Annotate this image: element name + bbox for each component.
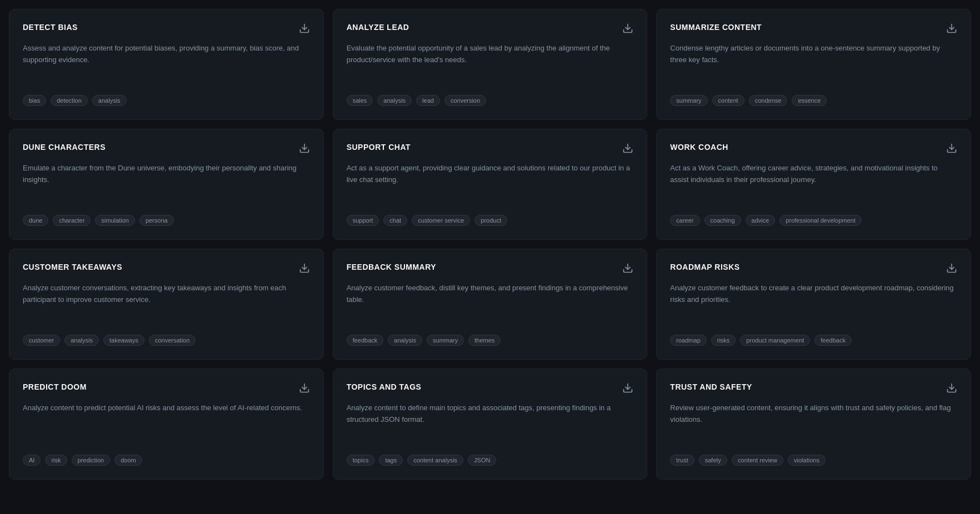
tag-json[interactable]: JSON xyxy=(468,455,496,466)
download-icon-summarize-content[interactable] xyxy=(942,23,957,36)
tag-advice[interactable]: advice xyxy=(746,215,776,226)
card-description-customer-takeways: Analyze customer conversations, extracti… xyxy=(23,283,310,324)
tag-support[interactable]: support xyxy=(347,215,379,226)
tags-container-dune-characters: dunecharactersimulationpersona xyxy=(23,215,310,226)
card-topics-and-tags[interactable]: TOPICS AND TAGS Analyze content to defin… xyxy=(333,369,648,480)
card-title-detect-bias: DETECT BIAS xyxy=(23,23,78,32)
tags-container-topics-and-tags: topicstagscontent analysisJSON xyxy=(347,455,634,466)
tag-risks[interactable]: risks xyxy=(711,335,736,346)
tag-roadmap[interactable]: roadmap xyxy=(670,335,706,346)
tag-chat[interactable]: chat xyxy=(383,215,407,226)
card-description-predict-doom: Analyze content to predict potential AI … xyxy=(23,402,310,444)
download-icon-support-chat[interactable] xyxy=(618,143,633,156)
card-header-work-coach: WORK COACH xyxy=(670,143,957,156)
card-description-dune-characters: Emulate a character from the Dune univer… xyxy=(23,163,310,204)
card-title-dune-characters: DUNE CHARACTERS xyxy=(23,143,106,152)
card-header-trust-and-safety: TRUST AND SAFETY xyxy=(670,382,957,396)
download-icon-customer-takeways[interactable] xyxy=(294,263,310,276)
tag-analysis[interactable]: analysis xyxy=(388,335,422,346)
tag-professional-development[interactable]: professional development xyxy=(779,215,861,226)
download-icon-trust-and-safety[interactable] xyxy=(942,382,957,396)
tag-conversion[interactable]: conversion xyxy=(444,95,486,106)
tag-product-management[interactable]: product management xyxy=(740,335,810,346)
tag-doom[interactable]: doom xyxy=(114,455,142,466)
tag-risk[interactable]: risk xyxy=(45,455,67,466)
tags-container-detect-bias: biasdetectionanalysis xyxy=(23,95,310,106)
card-header-roadmap-risks: ROADMAP RISKS xyxy=(670,263,957,276)
card-header-analyze-lead: ANALYZE LEAD xyxy=(347,23,634,36)
card-title-summarize-content: SUMMARIZE CONTENT xyxy=(670,23,762,32)
tag-detection[interactable]: detection xyxy=(51,95,88,106)
download-icon-analyze-lead[interactable] xyxy=(618,23,633,36)
card-support-chat[interactable]: SUPPORT CHAT Act as a support agent, pro… xyxy=(333,129,648,240)
tag-analysis[interactable]: analysis xyxy=(377,95,412,106)
download-icon-feedback-summary[interactable] xyxy=(618,263,633,276)
tag-tags[interactable]: tags xyxy=(379,455,403,466)
tag-product[interactable]: product xyxy=(474,215,507,226)
card-title-work-coach: WORK COACH xyxy=(670,143,728,152)
tag-prediction[interactable]: prediction xyxy=(72,455,111,466)
tag-essence[interactable]: essence xyxy=(792,95,827,106)
card-description-feedback-summary: Analyze customer feedback, distill key t… xyxy=(347,283,634,324)
tag-analysis[interactable]: analysis xyxy=(64,335,99,346)
tag-condense[interactable]: condense xyxy=(749,95,788,106)
download-icon-work-coach[interactable] xyxy=(942,143,957,156)
tag-character[interactable]: character xyxy=(53,215,91,226)
card-description-topics-and-tags: Analyze content to define main topics an… xyxy=(347,402,634,444)
tag-ai[interactable]: AI xyxy=(23,455,41,466)
tag-coaching[interactable]: coaching xyxy=(704,215,741,226)
tag-summary[interactable]: summary xyxy=(427,335,464,346)
tag-summary[interactable]: summary xyxy=(670,95,707,106)
download-icon-topics-and-tags[interactable] xyxy=(618,382,633,396)
card-predict-doom[interactable]: PREDICT DOOM Analyze content to predict … xyxy=(9,369,324,480)
card-dune-characters[interactable]: DUNE CHARACTERS Emulate a character from… xyxy=(9,129,324,240)
tag-lead[interactable]: lead xyxy=(416,95,440,106)
tag-violations[interactable]: violations xyxy=(788,455,826,466)
tag-conversation[interactable]: conversation xyxy=(149,335,196,346)
tag-content-analysis[interactable]: content analysis xyxy=(407,455,463,466)
card-description-detect-bias: Assess and analyze content for potential… xyxy=(23,43,310,84)
tag-simulation[interactable]: simulation xyxy=(95,215,135,226)
tag-content[interactable]: content xyxy=(712,95,744,106)
tag-customer[interactable]: customer xyxy=(23,335,60,346)
card-detect-bias[interactable]: DETECT BIAS Assess and analyze content f… xyxy=(9,9,324,120)
card-trust-and-safety[interactable]: TRUST AND SAFETY Review user-generated c… xyxy=(656,369,971,480)
tag-topics[interactable]: topics xyxy=(347,455,375,466)
tag-sales[interactable]: sales xyxy=(347,95,373,106)
download-icon-dune-characters[interactable] xyxy=(294,143,310,156)
card-feedback-summary[interactable]: FEEDBACK SUMMARY Analyze customer feedba… xyxy=(333,249,648,360)
cards-grid: DETECT BIAS Assess and analyze content f… xyxy=(9,9,971,480)
card-header-customer-takeways: CUSTOMER TAKEAWAYS xyxy=(23,263,310,276)
download-icon-roadmap-risks[interactable] xyxy=(942,263,957,276)
tag-feedback[interactable]: feedback xyxy=(814,335,852,346)
tag-analysis[interactable]: analysis xyxy=(92,95,127,106)
tag-safety[interactable]: safety xyxy=(699,455,727,466)
tag-customer-service[interactable]: customer service xyxy=(412,215,470,226)
tag-takeaways[interactable]: takeaways xyxy=(103,335,144,346)
card-title-support-chat: SUPPORT CHAT xyxy=(347,143,411,152)
download-icon-detect-bias[interactable] xyxy=(294,23,310,36)
card-title-feedback-summary: FEEDBACK SUMMARY xyxy=(347,263,436,271)
tag-feedback[interactable]: feedback xyxy=(347,335,384,346)
card-summarize-content[interactable]: SUMMARIZE CONTENT Condense lengthy artic… xyxy=(656,9,971,120)
card-title-trust-and-safety: TRUST AND SAFETY xyxy=(670,382,752,391)
tags-container-feedback-summary: feedbackanalysissummarythemes xyxy=(347,335,634,346)
tags-container-support-chat: supportchatcustomer serviceproduct xyxy=(347,215,634,226)
card-header-summarize-content: SUMMARIZE CONTENT xyxy=(670,23,957,36)
download-icon-predict-doom[interactable] xyxy=(294,382,310,396)
card-title-predict-doom: PREDICT DOOM xyxy=(23,382,87,391)
card-roadmap-risks[interactable]: ROADMAP RISKS Analyze customer feedback … xyxy=(656,249,971,360)
tag-themes[interactable]: themes xyxy=(468,335,501,346)
tag-career[interactable]: career xyxy=(670,215,699,226)
tag-persona[interactable]: persona xyxy=(139,215,174,226)
card-header-detect-bias: DETECT BIAS xyxy=(23,23,310,36)
tag-bias[interactable]: bias xyxy=(23,95,46,106)
card-title-topics-and-tags: TOPICS AND TAGS xyxy=(347,382,422,391)
tag-dune[interactable]: dune xyxy=(23,215,48,226)
card-analyze-lead[interactable]: ANALYZE LEAD Evaluate the potential oppo… xyxy=(333,9,648,120)
tag-content-review[interactable]: content review xyxy=(732,455,783,466)
tag-trust[interactable]: trust xyxy=(670,455,694,466)
card-work-coach[interactable]: WORK COACH Act as a Work Coach, offering… xyxy=(656,129,971,240)
card-customer-takeways[interactable]: CUSTOMER TAKEAWAYS Analyze customer conv… xyxy=(9,249,324,360)
card-header-feedback-summary: FEEDBACK SUMMARY xyxy=(347,263,634,276)
